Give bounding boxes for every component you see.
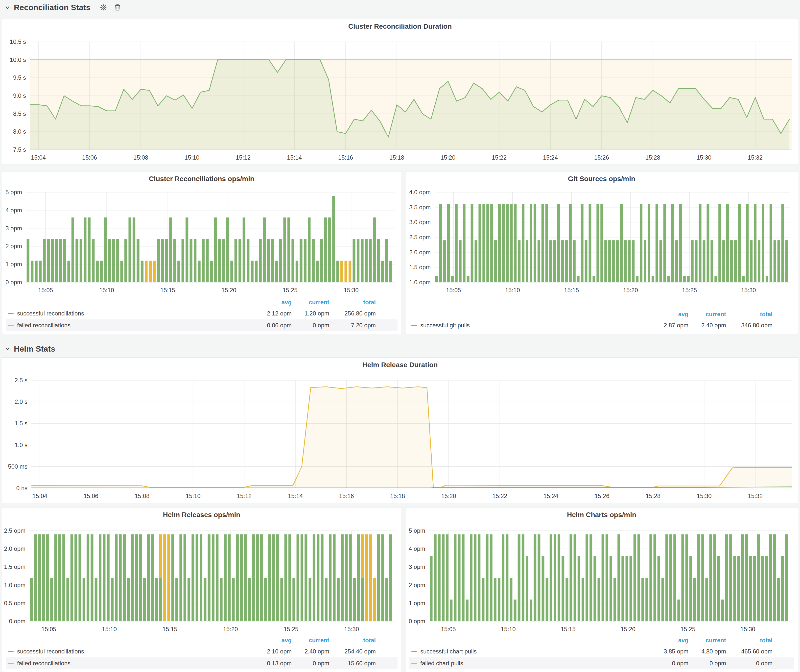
legend-value: 0 opm: [292, 660, 329, 667]
y-axis-tick-label: 10.0 s: [10, 56, 26, 63]
x-axis-tick-label: 15:25: [682, 287, 697, 293]
x-axis-tick-label: 15:12: [237, 493, 251, 499]
gear-icon[interactable]: [99, 3, 107, 11]
x-axis-tick-label: 15:10: [102, 626, 117, 632]
trash-icon[interactable]: [114, 3, 121, 11]
series-color-swatch: [8, 651, 14, 652]
x-axis-tick-label: 15:08: [133, 154, 148, 161]
series-color-swatch: [411, 325, 417, 326]
legend-sort-current[interactable]: current: [292, 299, 329, 306]
x-axis-tick-label: 15:28: [645, 154, 660, 161]
section-title: Helm Stats: [14, 344, 55, 354]
legend-sort-avg[interactable]: avg: [635, 637, 688, 644]
y-axis-tick-label: 3 opm: [5, 225, 22, 232]
y-axis-tick-label: 3.5 opm: [409, 204, 431, 211]
y-axis-tick-label: 3.0 opm: [409, 219, 431, 226]
y-axis-tick-label: 1.0 s: [14, 442, 27, 448]
x-axis-tick-label: 15:10: [505, 287, 520, 293]
legend-sort-total[interactable]: total: [329, 637, 376, 644]
x-axis-tick-label: 15:10: [99, 287, 114, 293]
x-axis-tick-label: 15:05: [441, 626, 456, 632]
y-axis-tick-label: 1.0 opm: [409, 279, 431, 286]
y-axis-tick-label: 1.5 s: [14, 420, 27, 427]
legend-sort-total[interactable]: total: [726, 637, 773, 644]
legend-value: 465.60 opm: [726, 648, 773, 655]
series-name: failed reconciliations: [17, 322, 70, 329]
y-axis-tick-label: 1 opm: [5, 261, 22, 267]
series-name: failed reconciliations: [17, 660, 70, 667]
legend-sort-avg[interactable]: avg: [635, 311, 688, 318]
legend-sort-current[interactable]: current: [688, 637, 726, 644]
x-axis-tick-label: 15:15: [160, 287, 175, 293]
legend-value: 0 opm: [635, 660, 688, 667]
legend-sort-avg[interactable]: avg: [239, 637, 292, 644]
x-axis-tick-label: 15:32: [748, 154, 763, 161]
legend-sort-avg[interactable]: avg: [239, 299, 292, 306]
x-axis-tick-label: 15:20: [623, 287, 638, 293]
x-axis-tick-label: 15:20: [221, 287, 236, 293]
x-axis-tick-label: 15:06: [82, 154, 97, 161]
legend-header-row: avgcurrenttotal: [409, 309, 794, 319]
chevron-down-icon: [5, 5, 10, 10]
y-axis-tick-label: 1 opm: [409, 600, 425, 606]
series-name: failed chart pulls: [420, 660, 463, 667]
x-axis-tick-label: 15:05: [38, 287, 53, 293]
x-axis-tick-label: 15:20: [441, 493, 456, 499]
legend-value: 4.80 opm: [688, 648, 726, 655]
legend-sort-total[interactable]: total: [726, 311, 773, 318]
legend-value: 254.40 opm: [329, 648, 376, 655]
cluster-reconciliation-duration-chart[interactable]: 10.5 s10.0 s9.5 s9.0 s8.5 s8.0 s7.5 s15:…: [2, 19, 798, 165]
legend-value: 2.10 opm: [239, 648, 292, 655]
series-color-swatch: [411, 651, 417, 652]
y-axis-tick-label: 4 opm: [5, 207, 22, 214]
x-axis-tick-label: 15:26: [594, 493, 609, 499]
legend-value: 2.87 opm: [635, 322, 688, 329]
legend-header-row: avgcurrenttotal: [6, 297, 398, 307]
series-color-swatch: [411, 663, 417, 664]
y-axis-tick-label: 4.0 opm: [409, 189, 431, 195]
section-title: Reconciliation Stats: [14, 3, 91, 12]
x-axis-tick-label: 15:30: [344, 287, 359, 293]
legend-value: 2.40 opm: [688, 322, 726, 329]
legend-series-label[interactable]: failed reconciliations: [8, 322, 239, 329]
panel-git-sources-opm: Git Sources ops/min 4.0 opm3.5 opm3.0 op…: [405, 171, 798, 334]
legend-helm-releases: avgcurrenttotalsuccessful reconciliation…: [6, 635, 398, 669]
x-axis-tick-label: 15:24: [544, 493, 558, 499]
x-axis-tick-label: 15:15: [163, 626, 178, 632]
y-axis-tick-label: 5 opm: [5, 189, 22, 195]
panel-cluster-reconciliations-opm: Cluster Reconciliations ops/min 5 opm4 o…: [2, 171, 401, 334]
y-axis-tick-label: 4 opm: [409, 545, 425, 552]
y-axis-tick-label: 2.5 s: [14, 377, 27, 384]
helm-release-duration-chart[interactable]: 2.5 s2.0 s1.5 s1.0 s500 ms0 ns15:0415:06…: [2, 358, 798, 503]
section-header-helm-stats[interactable]: Helm Stats: [5, 343, 55, 355]
section-header-reconciliation-stats[interactable]: Reconciliation Stats: [5, 2, 121, 13]
legend-row: successful reconciliations2.10 opm2.40 o…: [6, 646, 398, 658]
legend-series-label[interactable]: successful git pulls: [411, 322, 635, 329]
panel-helm-releases-opm: Helm Releases ops/min 2.5 opm2.0 opm1.5 …: [2, 507, 401, 672]
series-name: successful chart pulls: [420, 648, 477, 655]
y-axis-tick-label: 0.5 opm: [4, 600, 26, 606]
x-axis-tick-label: 15:16: [339, 493, 354, 499]
legend-header-row: avgcurrenttotal: [409, 635, 794, 646]
legend-sort-current[interactable]: current: [688, 311, 726, 318]
legend-value: 1.20 opm: [292, 310, 329, 317]
x-axis-tick-label: 15:18: [389, 154, 404, 161]
y-axis-tick-label: 2.5 opm: [409, 234, 431, 240]
legend-series-label[interactable]: successful reconciliations: [8, 310, 239, 317]
legend-value: 7.20 opm: [329, 322, 376, 329]
y-axis-tick-label: 500 ms: [8, 463, 27, 470]
legend-value: 2.40 opm: [292, 648, 329, 655]
legend-series-label[interactable]: successful reconciliations: [8, 648, 239, 655]
legend-sort-total[interactable]: total: [329, 299, 376, 306]
legend-value: 0.06 opm: [239, 322, 292, 329]
legend-series-label[interactable]: successful chart pulls: [411, 648, 635, 655]
y-axis-tick-label: 0 opm: [5, 279, 22, 286]
x-axis-tick-label: 15:10: [186, 493, 201, 499]
x-axis-tick-label: 15:22: [492, 493, 507, 499]
x-axis-tick-label: 15:18: [390, 493, 405, 499]
legend-sort-current[interactable]: current: [292, 637, 329, 644]
series-color-swatch: [8, 313, 14, 314]
legend-series-label[interactable]: failed reconciliations: [8, 660, 239, 667]
legend-series-label[interactable]: failed chart pulls: [411, 660, 635, 667]
y-axis-tick-label: 0 opm: [9, 618, 26, 624]
